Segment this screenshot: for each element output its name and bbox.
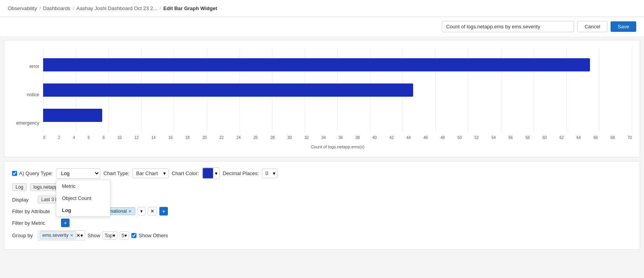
group-by-label: Group by bbox=[12, 233, 35, 238]
bar-rows bbox=[43, 48, 632, 132]
widget-name-input[interactable] bbox=[442, 21, 574, 32]
query-section: A) Query Type: Log Metric Object Count M… bbox=[4, 161, 640, 250]
x-tick: 40 bbox=[372, 136, 377, 140]
x-tick: 36 bbox=[339, 136, 343, 140]
filter-metric-row: Filter by Metric + bbox=[12, 219, 632, 227]
x-tick: 34 bbox=[321, 136, 326, 140]
x-axis-ticks: 0 2 4 6 8 10 12 14 16 18 20 22 24 26 bbox=[43, 136, 632, 140]
x-tick: 30 bbox=[287, 136, 291, 140]
y-label-emergency: emergency bbox=[16, 120, 39, 126]
show-others-text: Show Others bbox=[139, 233, 168, 238]
top-value: Top bbox=[105, 233, 113, 238]
dropdown-item-log[interactable]: Log bbox=[56, 204, 110, 216]
log-pill: Log bbox=[12, 183, 27, 191]
x-tick: 50 bbox=[457, 136, 462, 140]
group-by-dropdown-btn[interactable]: ▾ bbox=[80, 233, 83, 238]
bar-row-error bbox=[43, 55, 632, 75]
x-tick: 54 bbox=[491, 136, 496, 140]
filter-attr-dropdown-btn[interactable]: ▾ bbox=[138, 207, 145, 215]
x-tick: 16 bbox=[168, 136, 173, 140]
x-tick: 56 bbox=[508, 136, 513, 140]
breadcrumb-dashboards[interactable]: Dashboards bbox=[43, 5, 70, 11]
x-tick: 26 bbox=[253, 136, 258, 140]
x-tick: 70 bbox=[627, 136, 632, 140]
chart-type-value: Bar Chart bbox=[133, 169, 161, 178]
top-count-dropdown-btn[interactable]: ▾ bbox=[124, 233, 127, 238]
dropdown-item-metric[interactable]: Metric bbox=[56, 180, 110, 192]
chart-area: error notice emergency bbox=[12, 48, 632, 149]
bar-error bbox=[43, 58, 590, 71]
x-axis-label: Count of logs.netapp.ems(s) bbox=[43, 144, 632, 149]
x-tick: 18 bbox=[185, 136, 190, 140]
decimal-dropdown-btn[interactable]: ▾ bbox=[271, 169, 277, 178]
x-tick: 48 bbox=[440, 136, 445, 140]
decimal-places-label: Decimal Places: bbox=[223, 170, 259, 176]
x-tick: 42 bbox=[389, 136, 394, 140]
bars-section: 0 2 4 6 8 10 12 14 16 18 20 22 24 26 bbox=[43, 48, 632, 149]
x-tick: 24 bbox=[236, 136, 241, 140]
query-type-select[interactable]: Log Metric Object Count bbox=[56, 168, 100, 179]
x-tick: 6 bbox=[88, 136, 90, 140]
show-others-label: Show Others bbox=[131, 233, 168, 238]
bar-notice bbox=[43, 83, 413, 97]
x-tick: 60 bbox=[543, 136, 547, 140]
chart-type-dropdown-btn[interactable]: ▾ bbox=[161, 169, 168, 178]
group-by-container: ems.severity ✕ ✕ ▾ bbox=[38, 230, 85, 240]
sep2: / bbox=[73, 5, 74, 11]
x-tick: 66 bbox=[593, 136, 598, 140]
filter-attr-clear-btn[interactable]: ✕ bbox=[148, 207, 157, 215]
x-tick: 2 bbox=[58, 136, 60, 140]
query-checkbox[interactable] bbox=[12, 171, 17, 176]
x-tick: 32 bbox=[304, 136, 309, 140]
top-dropdown-btn[interactable]: ▾ bbox=[113, 233, 115, 238]
x-tick: 68 bbox=[611, 136, 615, 140]
sep1: / bbox=[39, 5, 41, 11]
group-by-tag-text: ems.severity bbox=[42, 233, 68, 238]
chart-color-container: ▾ bbox=[202, 167, 220, 179]
x-tick: 62 bbox=[559, 136, 564, 140]
display-label: Display bbox=[12, 197, 35, 203]
y-labels: error notice emergency bbox=[12, 48, 43, 149]
breadcrumb-current: Edit Bar Graph Widget bbox=[163, 5, 217, 11]
top-bar: Cancel Save bbox=[0, 17, 644, 36]
decimal-value: 0 bbox=[262, 169, 271, 178]
x-tick: 58 bbox=[525, 136, 530, 140]
chart-type-label: Chart Type: bbox=[103, 170, 129, 176]
query-type-dropdown-overlay: Metric Object Count Log bbox=[56, 180, 110, 217]
filter-attr-add-btn[interactable]: + bbox=[159, 207, 168, 215]
top-count-value: 5 bbox=[122, 233, 124, 238]
x-tick: 38 bbox=[355, 136, 360, 140]
query-type-label: A) Query Type: bbox=[19, 170, 53, 176]
y-label-notice: notice bbox=[27, 92, 39, 97]
breadcrumb-dashboard-name[interactable]: Aashay Joshi Dashboard Oct 23 2... bbox=[77, 5, 157, 11]
filter-metric-add-btn[interactable]: + bbox=[61, 219, 70, 227]
chart-color-label: Chart Color: bbox=[172, 170, 199, 176]
x-tick: 0 bbox=[43, 136, 45, 140]
chart-color-dropdown-btn[interactable]: ▾ bbox=[213, 169, 219, 178]
show-others-checkbox[interactable] bbox=[131, 233, 136, 238]
query-type-dropdown-container: Log Metric Object Count Metric Object Co… bbox=[56, 168, 100, 179]
chart-color-btn[interactable] bbox=[202, 168, 213, 179]
cancel-button[interactable]: Cancel bbox=[577, 21, 607, 32]
query-row-1: A) Query Type: Log Metric Object Count M… bbox=[12, 167, 632, 179]
group-by-clear-btn[interactable]: ✕ bbox=[76, 233, 80, 238]
breadcrumb-observability[interactable]: Observability bbox=[8, 5, 37, 11]
bar-row-emergency bbox=[43, 106, 632, 125]
x-tick: 4 bbox=[73, 136, 75, 140]
x-tick: 20 bbox=[202, 136, 207, 140]
bar-row-notice bbox=[43, 80, 632, 100]
x-tick: 28 bbox=[271, 136, 275, 140]
x-tick: 8 bbox=[103, 136, 105, 140]
x-tick: 64 bbox=[576, 136, 581, 140]
x-tick: 10 bbox=[117, 136, 122, 140]
x-tick: 44 bbox=[407, 136, 411, 140]
save-button[interactable]: Save bbox=[611, 21, 636, 32]
dropdown-item-object-count[interactable]: Object Count bbox=[56, 192, 110, 204]
x-tick: 46 bbox=[423, 136, 428, 140]
query-type-checkbox-label: A) Query Type: bbox=[12, 170, 53, 176]
filter-attr-value-remove[interactable]: ✕ bbox=[128, 209, 132, 214]
bar-emergency bbox=[43, 109, 102, 122]
group-by-tag-remove[interactable]: ✕ bbox=[70, 233, 73, 238]
x-tick: 22 bbox=[219, 136, 223, 140]
show-label: Show bbox=[87, 233, 100, 238]
